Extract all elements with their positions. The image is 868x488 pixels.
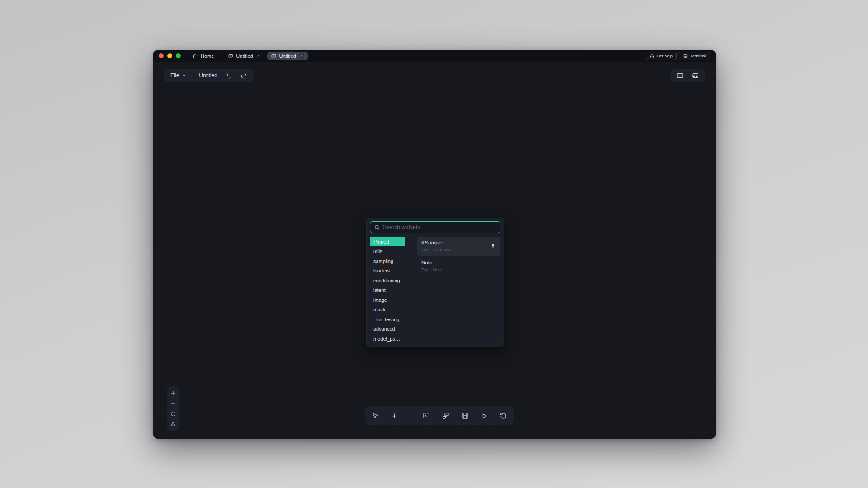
result-text: Note Type: Note — [421, 260, 442, 272]
select-tool-icon[interactable] — [372, 413, 379, 419]
get-help-button[interactable]: Get help — [646, 52, 677, 60]
app-window: Home Untitled × Untitled × Get help — [153, 50, 716, 439]
search-widgets-popup: Pinned utils sampling loaders conditioni… — [366, 218, 504, 347]
result-text: KSampler Type: KSampler — [421, 240, 452, 252]
terminal-label: Terminal — [690, 53, 706, 58]
window-controls — [159, 53, 181, 58]
category-item-conditioning[interactable]: conditioning — [370, 276, 405, 285]
tab-close-icon[interactable]: × — [299, 53, 304, 59]
category-item-pinned[interactable]: Pinned — [370, 237, 405, 246]
tab-label: Untitled — [279, 53, 296, 59]
popup-divider — [411, 237, 411, 343]
file-menu-label: File — [170, 72, 179, 79]
run-button[interactable] — [481, 413, 488, 419]
history-refresh-icon[interactable] — [500, 413, 507, 419]
file-menu-button[interactable]: File — [170, 72, 187, 79]
popup-body: Pinned utils sampling loaders conditioni… — [370, 237, 500, 343]
results-list: KSampler Type: KSampler Note Type: Note — [417, 237, 500, 343]
result-title: Note — [421, 260, 442, 265]
tab-divider — [219, 53, 219, 59]
model-library-panel-icon[interactable] — [692, 72, 699, 79]
result-subtitle: Type: Note — [421, 267, 442, 272]
tabbar-right-actions: Get help Terminal — [646, 52, 710, 60]
headphones-icon — [650, 54, 654, 58]
maximize-window-button[interactable] — [176, 53, 181, 58]
film-icon[interactable] — [462, 412, 469, 419]
tab-close-icon[interactable]: × — [256, 53, 261, 59]
workflow-map-icon — [271, 53, 276, 59]
category-item-sampling[interactable]: sampling — [370, 256, 405, 266]
undo-icon[interactable] — [226, 72, 232, 79]
pin-icon[interactable] — [490, 243, 496, 249]
close-window-button[interactable] — [159, 53, 164, 58]
minimize-window-button[interactable] — [167, 53, 172, 58]
add-node-button[interactable] — [391, 413, 398, 419]
canvas-toolbar — [365, 406, 514, 425]
node-layout-icon[interactable] — [442, 412, 449, 419]
result-title: KSampler — [421, 240, 452, 245]
category-item-loaders[interactable]: loaders — [370, 266, 405, 275]
terminal-tool-icon[interactable] — [423, 412, 430, 419]
fit-view-button[interactable] — [167, 409, 179, 418]
category-item-image[interactable]: image — [370, 295, 405, 305]
category-list: Pinned utils sampling loaders conditioni… — [370, 237, 405, 343]
home-icon — [193, 53, 198, 59]
chevron-down-icon — [182, 73, 187, 78]
search-widgets-input[interactable] — [383, 224, 496, 230]
zoom-out-button[interactable] — [167, 399, 179, 408]
side-panel-icon[interactable] — [676, 72, 684, 79]
tab-untitled-2-active[interactable]: Untitled × — [267, 52, 307, 60]
tab-bar: Home Untitled × Untitled × Get help — [153, 50, 716, 62]
lock-toggle-button[interactable] — [167, 419, 179, 429]
zoom-controls — [167, 386, 179, 431]
category-item-utils[interactable]: utils — [370, 246, 405, 256]
result-subtitle: Type: KSampler — [421, 247, 452, 252]
workflow-map-icon — [228, 53, 233, 59]
category-item-for-testing[interactable]: _for_testing — [370, 314, 405, 324]
get-help-label: Get help — [656, 53, 673, 58]
panel-toggles — [670, 69, 705, 82]
search-icon — [374, 225, 380, 230]
tab-untitled-1[interactable]: Untitled × — [224, 52, 264, 60]
terminal-icon — [683, 54, 688, 58]
result-item-note[interactable]: Note Type: Note — [417, 257, 500, 276]
tab-label: Untitled — [236, 53, 253, 59]
redo-icon[interactable] — [241, 72, 247, 79]
top-toolbar: File Untitled — [164, 69, 254, 82]
terminal-button[interactable]: Terminal — [679, 52, 710, 60]
tab-home[interactable]: Home — [193, 53, 214, 59]
category-item-model-patches[interactable]: model_patc… — [370, 334, 405, 343]
toolbar-divider — [410, 411, 410, 421]
workflow-name[interactable]: Untitled — [199, 72, 217, 79]
category-item-mask[interactable]: mask — [370, 305, 405, 314]
toolbar-divider — [193, 72, 193, 79]
tab-home-label: Home — [201, 53, 214, 59]
react-flow-attribution: React Flow — [687, 429, 709, 434]
widget-search-box[interactable] — [370, 221, 500, 233]
graph-canvas[interactable]: File Untitled — [153, 62, 716, 439]
zoom-in-button[interactable] — [167, 388, 179, 398]
category-item-advanced[interactable]: advanced — [370, 324, 405, 333]
result-item-ksampler[interactable]: KSampler Type: KSampler — [417, 237, 500, 256]
category-item-latent[interactable]: latent — [370, 285, 405, 295]
